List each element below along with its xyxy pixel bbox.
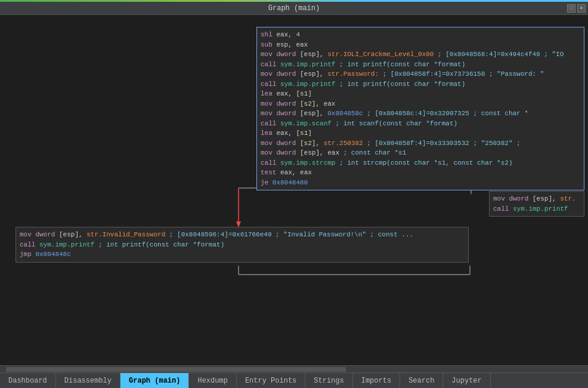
code-line: lea eax, [s1] [261,89,580,99]
window-title: Graph (main) [268,4,320,13]
code-line: call sym.imp.scanf ; int scanf(const cha… [261,119,580,129]
tab-dashboard[interactable]: Dashboard [0,373,56,388]
tab-entry-points[interactable]: Entry Points [237,373,305,388]
title-controls: □ ✕ [567,4,586,13]
code-line: mov dword [esp], str.Password: ; [0x8048… [261,69,580,79]
invalid-password-node[interactable]: mov dword [esp], str.Invalid_Password ; … [16,227,469,263]
code-line: mov dword [esp], str.IOLI_Crackme_Level_… [261,50,580,60]
valid-password-node[interactable]: mov dword [esp], str. call sym.imp.print… [489,191,584,217]
close-button[interactable]: ✕ [577,4,586,13]
tab-bar: DashboardDisassemblyGraph (main)HexdumpE… [0,372,588,388]
code-line: call sym.imp.printf ; int printf(const c… [20,240,465,250]
code-line: call sym.imp.printf ; int printf(const c… [261,79,580,90]
scrollbar-thumb[interactable] [6,367,346,372]
graph-canvas[interactable]: shl eax, 4 sub esp, eax mov dword [esp],… [0,15,588,365]
code-line: mov dword [esp], str. [493,194,580,204]
code-line: shl eax, 4 [261,30,580,40]
code-line: lea eax, [s1] [261,128,580,138]
tab-hexdump[interactable]: Hexdump [189,373,236,388]
minimize-button[interactable]: □ [567,4,575,13]
tab-search[interactable]: Search [400,373,443,388]
code-line: mov dword [esp], str.Invalid_Password ; … [20,230,465,240]
code-line: test eax, eax [261,168,580,178]
code-line: mov dword [esp], eax ; const char *s1 [261,148,580,158]
tab-strings[interactable]: Strings [305,373,352,388]
code-line: mov dword [esp], 0x804858c ; [0x804858c:… [261,109,580,119]
code-line: sub esp, eax [261,40,580,50]
code-line: je 0x8048480 [261,178,580,188]
tab-graph-(main)[interactable]: Graph (main) [120,373,189,388]
code-line: mov dword [s2], str.250382 ; [0x804858f:… [261,138,580,149]
code-line: call sym.imp.printf [493,204,580,214]
code-line: mov dword [s2], eax [261,99,580,109]
tab-imports[interactable]: Imports [353,373,400,388]
tab-disassembly[interactable]: Disassembly [56,373,120,388]
code-line: call sym.imp.strcmp ; int strcmp(const c… [261,158,580,168]
title-bar: Graph (main) □ ✕ [0,2,588,15]
horizontal-scrollbar[interactable] [0,365,588,372]
code-line: call sym.imp.printf ; int printf(const c… [261,60,580,70]
tab-jupyter[interactable]: Jupyter [443,373,490,388]
code-line: jmp 0x804848c [20,250,465,260]
main-code-node[interactable]: shl eax, 4 sub esp, eax mov dword [esp],… [256,27,584,190]
